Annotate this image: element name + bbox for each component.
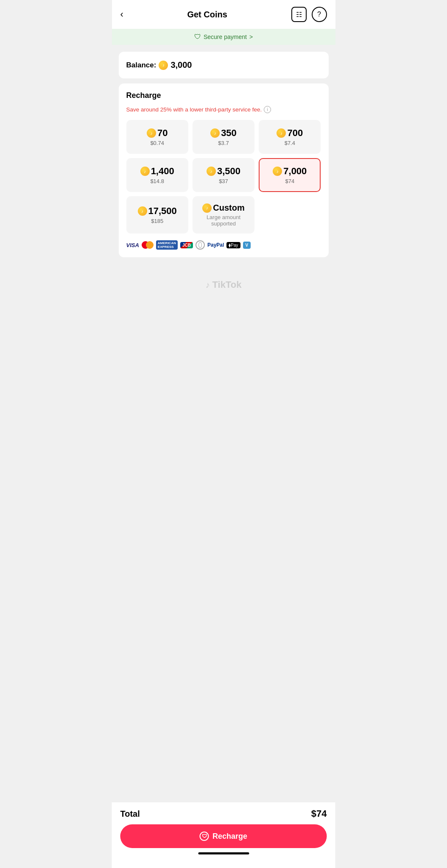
secure-payment-text: Secure payment (204, 33, 247, 40)
coin-amount-3500: ♪ 3,500 (207, 166, 240, 177)
coin-amount-700: ♪ 700 (277, 128, 303, 139)
coin-icon: ♪ (159, 61, 168, 70)
jcb-icon: JCB (180, 242, 193, 248)
venmo-icon: V (243, 242, 251, 249)
savings-banner: Save around 25% with a lower third-party… (126, 106, 321, 113)
coin-option-350[interactable]: ♪ 350 $3.7 (193, 120, 254, 154)
amex-icon: AMERICANEXPRESS (156, 240, 178, 250)
coin-option-custom[interactable]: ♪ Custom Large amount supported (193, 196, 254, 234)
coin-icon-small: ♪ (202, 203, 212, 213)
coin-price-3500: $37 (219, 178, 228, 184)
coin-amount-17500: ♪ 17,500 (138, 206, 177, 217)
coins-grid: ♪ 70 $0.74 ♪ 350 $3.7 ♪ 700 $7.4 (126, 120, 321, 234)
coin-icon-small: ♪ (138, 206, 147, 216)
tiktok-logo-icon: ♪ (206, 280, 210, 290)
help-icon: ? (317, 11, 321, 18)
coin-price-1400: $14.8 (150, 178, 164, 184)
coin-amount-custom: ♪ Custom (202, 203, 244, 213)
coin-price-70: $0.74 (150, 140, 164, 146)
balance-card: Balance: ♪ 3,000 (119, 52, 329, 78)
visa-icon: VISA (126, 242, 139, 248)
diners-icon (196, 240, 205, 250)
coin-icon-small: ♪ (277, 128, 286, 138)
applepay-icon: ⧫Pay (226, 242, 240, 248)
coin-amount-1400: ♪ 1,400 (140, 166, 174, 177)
info-icon[interactable]: i (264, 106, 271, 113)
payment-methods: VISA AMERICANEXPRESS JCB PayPal ⧫Pay V (126, 240, 321, 250)
coin-option-700[interactable]: ♪ 700 $7.4 (259, 120, 321, 154)
header-icons: ☷ ? (291, 7, 327, 22)
paypal-icon: PayPal (207, 242, 224, 248)
coin-price-7000: $74 (285, 178, 294, 184)
secure-payment-banner[interactable]: 🛡 Secure payment > (112, 29, 335, 45)
savings-text: Save around 25% with a lower third-party… (126, 106, 262, 113)
coin-icon-small: ♪ (207, 167, 216, 176)
coin-icon-small: ♪ (147, 128, 156, 138)
coin-icon-small: ♪ (140, 167, 150, 176)
back-button[interactable]: ‹ (120, 9, 123, 20)
custom-label: Custom (213, 203, 244, 213)
recharge-card: Recharge Save around 25% with a lower th… (119, 83, 329, 257)
coin-price-350: $3.7 (218, 140, 229, 146)
recharge-title: Recharge (126, 91, 321, 100)
coin-icon-small: ♪ (210, 128, 220, 138)
list-icon: ☷ (296, 11, 302, 19)
balance-label: Balance: (126, 61, 156, 70)
tiktok-brand-text: TikTok (212, 279, 242, 290)
coin-amount-70: ♪ 70 (147, 128, 168, 139)
coin-price-17500: $185 (151, 218, 163, 224)
coin-option-70[interactable]: ♪ 70 $0.74 (126, 120, 188, 154)
list-icon-button[interactable]: ☷ (291, 7, 307, 22)
secure-payment-arrow: > (249, 33, 253, 40)
coin-option-3500[interactable]: ♪ 3,500 $37 (193, 158, 254, 192)
page-title: Get Coins (187, 10, 227, 19)
tiktok-watermark: ♪ TikTok (119, 262, 329, 299)
help-icon-button[interactable]: ? (312, 7, 327, 22)
coin-option-7000[interactable]: ♪ 7,000 $74 (259, 158, 321, 192)
balance-amount: 3,000 (170, 60, 192, 70)
coin-option-1400[interactable]: ♪ 1,400 $14.8 (126, 158, 188, 192)
coin-amount-350: ♪ 350 (210, 128, 237, 139)
custom-sublabel: Large amount supported (197, 214, 250, 227)
mastercard-icon (142, 241, 154, 249)
header: ‹ Get Coins ☷ ? (112, 0, 335, 29)
coin-price-700: $7.4 (285, 140, 295, 146)
shield-icon: 🛡 (194, 33, 201, 41)
coin-amount-7000: ♪ 7,000 (273, 166, 307, 177)
coin-option-17500[interactable]: ♪ 17,500 $185 (126, 196, 188, 234)
coin-icon-small: ♪ (273, 167, 282, 176)
